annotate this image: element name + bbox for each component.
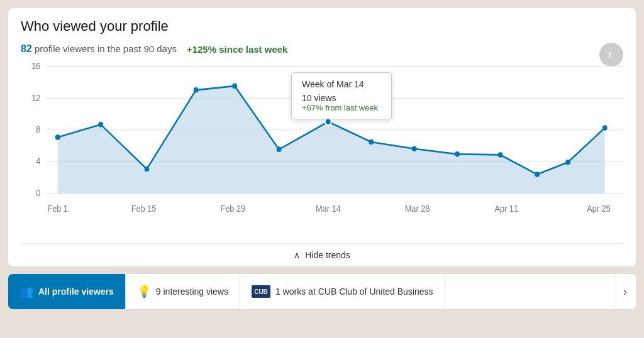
svg-text:Mar 14: Mar 14 bbox=[316, 204, 341, 214]
svg-text:Apr 25: Apr 25 bbox=[587, 204, 610, 214]
svg-point-17 bbox=[369, 139, 374, 145]
tabs-next-arrow[interactable]: › bbox=[614, 274, 636, 309]
percent-label: since last week bbox=[216, 44, 287, 55]
svg-point-23 bbox=[602, 125, 608, 131]
svg-point-10 bbox=[55, 134, 60, 140]
percent-value: +125% bbox=[187, 44, 216, 55]
viewers-count-label: 82 profile viewers in the past 90 days bbox=[21, 43, 177, 55]
chevron-right-icon: › bbox=[623, 285, 627, 298]
tab-cub-label: 1 works at CUB Club of United Business bbox=[275, 286, 433, 297]
tab-interesting-label: 9 interesting views bbox=[156, 286, 228, 297]
tab-all-viewers[interactable]: 👥 All profile viewers bbox=[8, 274, 126, 309]
svg-text:Feb 29: Feb 29 bbox=[220, 204, 245, 214]
svg-text:16: 16 bbox=[31, 61, 40, 71]
svg-text:12: 12 bbox=[31, 93, 40, 103]
svg-point-20 bbox=[498, 152, 503, 158]
stats-row: 82 profile viewers in the past 90 days +… bbox=[21, 43, 623, 55]
percent-change-label: +125% since last week bbox=[187, 44, 288, 55]
svg-point-15 bbox=[277, 147, 282, 153]
tab-all-viewers-label: All profile viewers bbox=[38, 286, 114, 297]
hide-trends-label: Hide trends bbox=[305, 250, 350, 260]
tab-spacer bbox=[445, 274, 614, 309]
svg-point-22 bbox=[565, 160, 570, 165]
svg-text:Mar 28: Mar 28 bbox=[405, 204, 430, 214]
bottom-tabs: 👥 All profile viewers 💡 9 interesting vi… bbox=[8, 273, 636, 310]
chevron-up-icon: ∧ bbox=[294, 250, 300, 260]
bulb-icon: 💡 bbox=[137, 285, 151, 298]
svg-point-19 bbox=[455, 151, 460, 157]
people-icon: 👥 bbox=[19, 285, 33, 298]
main-container: Who viewed your profile 82 profile viewe… bbox=[0, 0, 644, 310]
tooltip-week: Week of Mar 14 bbox=[302, 79, 381, 89]
svg-point-18 bbox=[412, 146, 417, 151]
svg-point-12 bbox=[144, 166, 149, 172]
svg-text:0: 0 bbox=[36, 188, 40, 198]
svg-point-16 bbox=[325, 118, 331, 125]
svg-text:8: 8 bbox=[36, 124, 40, 134]
viewers-number: 82 bbox=[21, 43, 32, 54]
viewers-label-text: profile viewers in the past 90 days bbox=[32, 43, 177, 54]
hide-trends-button[interactable]: ∧ Hide trends bbox=[21, 243, 623, 266]
tab-interesting-views[interactable]: 💡 9 interesting views bbox=[126, 274, 240, 309]
svg-text:Feb 15: Feb 15 bbox=[131, 204, 157, 214]
chart-tooltip: Week of Mar 14 10 views +67% from last w… bbox=[291, 72, 392, 119]
tooltip-views: 10 views bbox=[302, 93, 381, 103]
chart-area: 0 4 8 12 16 bbox=[21, 60, 623, 242]
svg-point-21 bbox=[535, 172, 540, 177]
svg-text:Apr 11: Apr 11 bbox=[495, 204, 518, 214]
tooltip-percent: +67% from last week bbox=[302, 103, 381, 112]
svg-text:4: 4 bbox=[36, 156, 41, 166]
svg-point-13 bbox=[194, 87, 199, 93]
page-title: Who viewed your profile bbox=[21, 18, 623, 35]
cub-logo: CUB bbox=[252, 285, 270, 298]
svg-text:Feb 1: Feb 1 bbox=[47, 204, 67, 214]
profile-views-card: Who viewed your profile 82 profile viewe… bbox=[8, 8, 636, 267]
tab-cub[interactable]: CUB 1 works at CUB Club of United Busine… bbox=[240, 274, 445, 309]
svg-point-14 bbox=[232, 84, 237, 89]
svg-point-11 bbox=[98, 122, 103, 128]
